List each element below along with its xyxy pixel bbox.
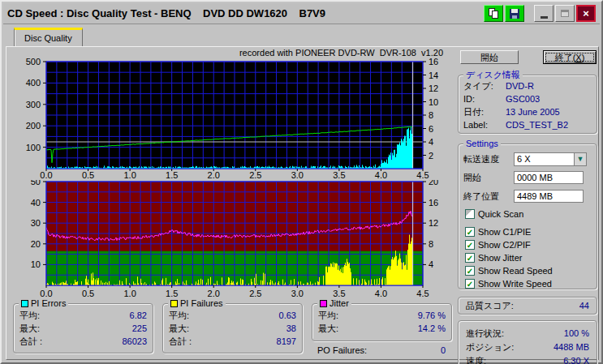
disc-id-label: ID: (463, 93, 506, 106)
disc-quality-panel: recorded with PIONEER DVD-RW DVR-108 v1.… (6, 46, 599, 360)
transfer-speed-value: 6 X (515, 154, 574, 164)
avg-value: 9.76 % (418, 310, 446, 323)
checkbox-label: Show Jitter (478, 253, 522, 263)
pi-errors-box: PI Errors 平均:6.82 最大:225 合計 :86023 (13, 303, 153, 353)
svg-text:3.5: 3.5 (333, 289, 345, 298)
po-failures-row: PO Failures: 0 (312, 345, 452, 355)
max-value: 14.2 % (418, 323, 446, 336)
checkbox-checked-icon: ✓ (465, 227, 475, 237)
svg-text:1.5: 1.5 (166, 170, 178, 180)
disc-label-value: CDS_TEST_B2 (506, 119, 568, 132)
svg-text:16: 16 (429, 58, 438, 66)
svg-text:16: 16 (429, 198, 438, 208)
max-value: 225 (132, 323, 147, 336)
disc-label-label: Label: (463, 119, 506, 132)
svg-text:1.0: 1.0 (123, 170, 136, 180)
checkbox-show-c1-pie[interactable]: ✓Show C1/PIE (465, 225, 592, 238)
checkbox-show-c2-pif[interactable]: ✓Show C2/PIF (465, 238, 592, 251)
checkbox-label: Show Write Speed (478, 279, 552, 289)
po-failures-value: 0 (441, 345, 446, 355)
pi-failures-jitter-chart: 1020304050481216200.00.51.01.52.02.53.03… (10, 180, 452, 298)
checkbox-label: Show Read Speed (478, 266, 553, 276)
total-value: 86023 (122, 336, 147, 349)
svg-text:500: 500 (26, 58, 41, 66)
svg-text:20: 20 (429, 180, 438, 186)
tab-disc-quality[interactable]: Disc Quality (14, 28, 83, 46)
close-icon: × (583, 8, 589, 19)
checkbox-show-jitter[interactable]: ✓Show Jitter (465, 251, 592, 263)
app-window: CD Speed : Disc Quality Test - BENQ DVD … (0, 0, 603, 364)
copy-button[interactable] (484, 5, 503, 22)
svg-text:4.0: 4.0 (375, 170, 387, 180)
svg-text:2.0: 2.0 (208, 289, 220, 298)
transfer-speed-select[interactable]: 6 X ▼ (514, 152, 587, 166)
disc-type-label: タイプ: (463, 80, 506, 93)
po-failures-label: PO Failures: (317, 345, 367, 355)
end-position-label: 終了位置 (463, 191, 514, 203)
checkbox-show-write-speed[interactable]: ✓Show Write Speed (465, 277, 592, 289)
svg-text:3.0: 3.0 (291, 170, 304, 180)
svg-text:0.5: 0.5 (82, 289, 94, 298)
minimize-button[interactable] (534, 5, 553, 22)
disc-date-label: 日付: (463, 106, 506, 119)
position-value: 4488 MB (553, 341, 589, 355)
svg-text:200: 200 (26, 121, 41, 131)
progress-value: 100 % (564, 328, 589, 341)
svg-text:8: 8 (429, 110, 433, 120)
end-position-input[interactable] (514, 190, 584, 203)
transfer-speed-label: 転送速度 (463, 153, 514, 165)
maximize-button[interactable] (555, 5, 575, 22)
save-button[interactable] (505, 5, 524, 22)
stats-row: PI Errors 平均:6.82 最大:225 合計 :86023 PI Fa… (13, 303, 452, 355)
position-label: ポジション: (466, 341, 514, 355)
tab-strip: Disc Quality (3, 27, 600, 46)
svg-text:4: 4 (429, 259, 433, 269)
close-button[interactable]: × (576, 5, 596, 22)
checkbox-show-read-speed[interactable]: ✓Show Read Speed (465, 264, 592, 276)
svg-text:12: 12 (429, 84, 438, 93)
pi-errors-speed-chart: 1002003004005002468101214160.00.51.01.52… (10, 58, 452, 180)
svg-text:6: 6 (429, 124, 433, 134)
progress-box: 進行状況:100 % ポジション:4488 MB 速度:6.30 X (458, 320, 597, 364)
speed-label: 速度: (466, 355, 486, 364)
window-title: CD Speed : Disc Quality Test - BENQ DVD … (7, 7, 482, 19)
svg-text:1.0: 1.0 (123, 289, 136, 298)
svg-text:4.5: 4.5 (416, 289, 429, 298)
svg-text:2.5: 2.5 (249, 170, 261, 180)
svg-text:10: 10 (429, 97, 438, 107)
svg-text:4.0: 4.0 (375, 289, 387, 298)
start-button[interactable]: 開始 (460, 50, 519, 64)
save-icon (510, 9, 519, 19)
speed-value: 6.30 X (563, 355, 589, 364)
quality-score-label: 品質スコア: (466, 300, 514, 312)
total-value: 8197 (277, 336, 296, 349)
svg-text:50: 50 (31, 180, 41, 186)
svg-text:3.0: 3.0 (291, 289, 304, 298)
max-label: 最大: (318, 323, 338, 336)
svg-text:4.5: 4.5 (416, 170, 429, 180)
titlebar[interactable]: CD Speed : Disc Quality Test - BENQ DVD … (3, 3, 600, 24)
start-button-label: 開始 (480, 53, 498, 62)
checkbox-label: Quick Scan (478, 209, 523, 219)
svg-text:0.0: 0.0 (40, 289, 52, 298)
start-position-input[interactable] (514, 171, 584, 184)
start-position-label: 開始 (463, 172, 514, 184)
checkbox-quick-scan[interactable]: Quick Scan (465, 208, 592, 220)
pi-failures-swatch (170, 300, 178, 307)
exit-button[interactable]: 終了(X) (543, 50, 597, 64)
svg-text:100: 100 (26, 143, 41, 152)
checkbox-checked-icon: ✓ (465, 253, 475, 263)
svg-text:12: 12 (429, 218, 438, 228)
checkbox-checked-icon: ✓ (465, 240, 475, 250)
max-label: 最大: (19, 323, 40, 336)
maximize-icon (561, 10, 569, 17)
checkbox-checked-icon: ✓ (465, 279, 475, 289)
max-value: 38 (286, 323, 296, 336)
svg-text:3.5: 3.5 (333, 170, 345, 180)
svg-text:0.5: 0.5 (82, 170, 94, 180)
pi-failures-box: PI Failures 平均:0.63 最大:38 合計 :8197 (162, 303, 303, 353)
svg-text:40: 40 (31, 198, 41, 208)
disc-info-title: ディスク情報 (466, 70, 520, 80)
svg-text:14: 14 (429, 71, 438, 80)
tab-label: Disc Quality (24, 33, 72, 43)
